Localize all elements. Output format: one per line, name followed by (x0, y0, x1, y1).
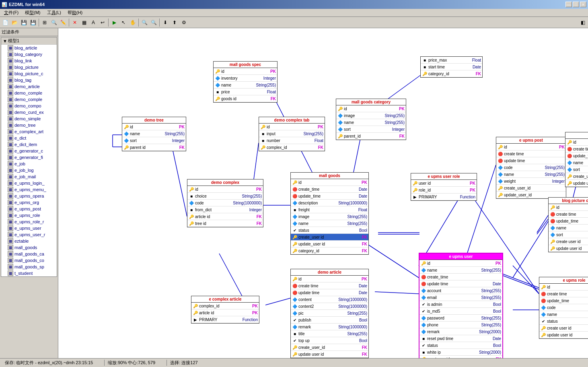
table-mall-goods-spec[interactable]: mall goods spec 🔑 id PK 🔷 inventory Inte… (213, 61, 278, 103)
toolbar-settings[interactable]: ⚙ (179, 18, 188, 27)
sidebar-item-e-upms-org[interactable]: ▦e_upms_org (1, 199, 57, 206)
sidebar-item-e-dict[interactable]: ▦e_dict (1, 135, 57, 141)
field-row[interactable]: 🔷 weight Integer (496, 178, 566, 185)
sidebar-item-demo-curd-ex[interactable]: ▦demo_curd_ex (1, 109, 57, 115)
field-row[interactable]: 🔷 content2 String(1000000) (291, 303, 368, 310)
table-e-complex-article[interactable]: e complex article 🔑 complex_id PK 🔑 arti… (191, 296, 259, 324)
table-mall-goods-category[interactable]: mall goods category 🔑 id PK 🔷 image Stri… (336, 99, 406, 140)
sidebar-item-e-upms-user[interactable]: ▦e_upms_user (1, 225, 57, 231)
toolbar-toggle-right[interactable]: ◧ (578, 18, 587, 27)
field-row[interactable]: 🔑 erupt_org_id FK (419, 356, 502, 358)
sidebar-item-blog-picture-c[interactable]: ▦blog_picture_c (1, 70, 57, 77)
table-e-upms-post[interactable]: e upms post 🔑 id PK 🔴 create time 🔴 upda… (496, 137, 566, 199)
field-row[interactable]: 🔑 id PK (496, 144, 566, 151)
toolbar-zoomout[interactable]: 🔍 (149, 18, 158, 27)
field-row[interactable]: 🔷 remark String(2000) (419, 328, 502, 335)
table-demo-article[interactable]: demo article 🔑 id PK 🔴 create time Date … (290, 269, 369, 358)
toolbar-grid[interactable]: ⊞ (40, 18, 49, 27)
field-row[interactable]: ▶ PRIMARY Function (411, 194, 477, 200)
field-row[interactable]: 🔑 article id PK (191, 309, 259, 316)
field-row[interactable]: 🔷 sort Integer (336, 126, 406, 133)
field-row[interactable]: 🔑 complex_id PK (191, 303, 259, 309)
field-row[interactable]: ▶ PRIMARY Function (191, 316, 259, 323)
field-row[interactable]: ✔ status Bool (539, 318, 588, 325)
field-row[interactable]: ■ start time Date (421, 64, 482, 70)
model-tree-header[interactable]: ▼ 模型1 (1, 37, 57, 45)
field-row[interactable]: 🔑 id PK (291, 179, 368, 186)
field-row[interactable]: 🔴 create time Date (291, 282, 368, 289)
sidebar-item-e-generator-c[interactable]: ▦e_generator_c (1, 148, 57, 154)
sidebar-item-e-upms-opera[interactable]: ▦e_upms_opera (1, 193, 57, 199)
field-row[interactable]: ✔ status Bool (419, 342, 502, 349)
minimize-button[interactable]: — (565, 2, 572, 7)
sidebar-item-e-dict-item[interactable]: ▦e_dict_item (1, 141, 57, 148)
menu-tools[interactable]: 工具(L) (44, 9, 64, 16)
field-row[interactable]: ■ reset pwd time Date (419, 335, 502, 342)
field-row[interactable]: 🔑 create_user_id (496, 185, 566, 192)
field-row[interactable]: 🔑 id PK (336, 105, 406, 112)
field-row[interactable]: 🔴 update_time Date (539, 297, 588, 304)
sidebar-item-t-student[interactable]: ▦t_student (1, 270, 57, 276)
field-row[interactable]: 🔑 update user id (565, 180, 588, 187)
field-row-highlighted[interactable]: 🔑 create_user id FK (291, 234, 368, 241)
toolbar-undo[interactable]: ↩ (98, 18, 107, 27)
toolbar-find[interactable]: 🔍 (49, 18, 58, 27)
sidebar-item-e-upms-role[interactable]: ▦e_upms_role (1, 212, 57, 219)
toolbar-delete[interactable]: ✕ (70, 18, 79, 27)
menu-model[interactable]: 模型(M) (22, 9, 44, 16)
toolbar-zoomin[interactable]: 🔍 (140, 18, 149, 27)
field-row[interactable]: ■ number Float (259, 137, 325, 144)
sidebar-item-e-generator-fi[interactable]: ▦e_generator_fi (1, 154, 57, 161)
field-row[interactable]: ■ input String(255) (259, 130, 325, 137)
menu-file[interactable]: 文件(F) (1, 9, 22, 16)
sidebar-item-blog-category[interactable]: ▦blog_category (1, 51, 57, 58)
toolbar-text[interactable]: A (89, 18, 98, 27)
filter-content[interactable]: ▼ 模型1 ▦blog_article▦blog_category▦blog_l… (0, 36, 58, 358)
toolbar-import[interactable]: ⬇ (161, 18, 170, 27)
sidebar-item-mall-goods-ca[interactable]: ▦mall_goods_ca (1, 251, 57, 257)
sidebar-item-blog-link[interactable]: ▦blog_link (1, 58, 57, 64)
field-row[interactable]: 🔴 update_time Date (291, 193, 368, 200)
field-row[interactable]: 🔷 pic String(255) (291, 310, 368, 317)
field-row[interactable]: ■ price_max Float (421, 57, 482, 64)
field-row[interactable]: 🔷 code String(1000000) (187, 200, 263, 206)
field-row[interactable]: 🔷 name (539, 311, 588, 318)
field-row[interactable]: 🔑 create user id FK (549, 238, 588, 245)
field-row[interactable]: 🔷 sort Integer (122, 137, 186, 144)
sidebar-item-e-job-mail[interactable]: ▦e_job_mail (1, 173, 57, 180)
field-row[interactable]: 🔷 name String(255) (122, 130, 186, 137)
field-row[interactable]: 🔷 name String(255) (419, 267, 502, 274)
field-row[interactable]: 🔑 id PK (539, 284, 588, 291)
field-row[interactable]: 🔷 content String(1000000) (291, 296, 368, 303)
field-row[interactable]: 🔴 update_time Date (549, 218, 588, 225)
table-demo-complex[interactable]: demo complex 🔑 id PK ■ choice String(255… (187, 179, 263, 227)
field-row[interactable]: 🔷 inventory Integer (214, 75, 277, 82)
field-row[interactable]: 🔴 update time (496, 157, 566, 164)
toolbar-new[interactable]: 📄 (1, 18, 10, 27)
sidebar-item-e-upms-post[interactable]: ▦e_upms_post (1, 206, 57, 212)
sidebar-item-mall-goods-co[interactable]: ▦mall_goods_co (1, 257, 57, 264)
field-row[interactable]: 🔑 article id FK (187, 213, 263, 220)
field-row[interactable]: 🔑 id PK (259, 124, 325, 130)
field-row[interactable]: 🔷 name (565, 159, 588, 166)
field-row[interactable]: 🔷 name String(255) (291, 220, 368, 227)
field-row[interactable]: 🔴 create time Date (539, 291, 588, 297)
toolbar-hand[interactable]: ✋ (128, 18, 137, 27)
field-row[interactable]: ✔ is_md5 Bool (419, 308, 502, 315)
toolbar-saveas[interactable]: 💾 (29, 18, 37, 27)
field-row[interactable]: 🔑 id PK (549, 204, 588, 211)
toolbar-run[interactable]: ▶ (110, 18, 119, 27)
table-demo-tree[interactable]: demo tree 🔑 id PK 🔷 name String(255) 🔷 s… (122, 117, 186, 151)
sidebar-item-e-upms-menu-[interactable]: ▦e_upms_menu_ (1, 186, 57, 193)
sidebar-item-e-upms-role-r[interactable]: ▦e_upms_role_r (1, 219, 57, 225)
field-row[interactable]: 🔷 image String(255) (291, 213, 368, 220)
sidebar-item-e-job[interactable]: ▦e_job (1, 161, 57, 167)
toolbar-save[interactable]: 💾 (19, 18, 28, 27)
sidebar-item-demo-article[interactable]: ▦demo_article (1, 83, 57, 90)
field-row[interactable]: ■ freight Float (291, 206, 368, 213)
field-row[interactable]: 🔴 update time Date (419, 280, 502, 287)
field-row[interactable]: 🔷 name String(255) (549, 225, 588, 231)
field-row[interactable]: 🔴 update_time (565, 153, 588, 159)
field-row[interactable]: 🔑 update_user id FK (291, 241, 368, 247)
field-row[interactable]: ✔ is admin Bool (419, 301, 502, 308)
